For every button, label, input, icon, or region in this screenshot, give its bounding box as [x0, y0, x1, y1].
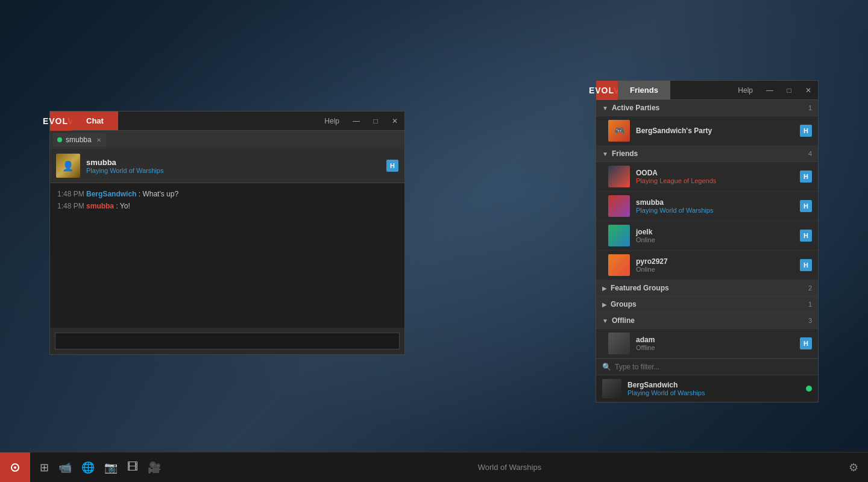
bottom-user-avatar	[602, 379, 621, 398]
friends-title[interactable]: Friends	[618, 81, 670, 99]
taskbar-globe-icon[interactable]: 🌐	[81, 461, 95, 474]
friend-name-joelk: joelk	[636, 228, 794, 236]
party-info: BergSandwich's Party	[636, 127, 794, 135]
friend-item-pyro2927[interactable]: pyro2927 Online H	[596, 251, 818, 280]
section-offline[interactable]: ▼ Offline 3	[596, 313, 818, 329]
chat-help-button[interactable]: Help	[317, 111, 347, 131]
taskbar-icons: ⊞ 📹 🌐 📷 🎞 🎥	[30, 461, 171, 474]
evolve-logo-friends: EVOLV3	[596, 81, 618, 100]
bottom-user-name: BergSandwich	[627, 381, 800, 389]
section-groups[interactable]: ▶ Groups 1	[596, 296, 818, 313]
active-parties-arrow: ▼	[602, 105, 608, 111]
featured-groups-title: Featured Groups	[611, 284, 808, 292]
taskbar-settings-icon[interactable]: ⚙	[849, 461, 868, 474]
friend-status-smubba: Playing World of Warships	[636, 207, 794, 214]
filter-area: 🔍	[596, 358, 818, 375]
msg-time-1: 1:48 PM	[57, 190, 86, 198]
active-parties-title: Active Parties	[612, 104, 808, 112]
taskbar-game-title: World of Warships	[171, 463, 849, 472]
chat-window: EVOLV3 Chat Help — □ ✕ smubba ✕ 👤 smubba…	[49, 111, 405, 355]
friend-badge-ooda: H	[800, 171, 812, 183]
friend-item-joelk[interactable]: joelk Online H	[596, 221, 818, 251]
taskbar: ⊞ 📹 🌐 📷 🎞 🎥 World of Warships ⚙	[0, 452, 868, 482]
chat-user-status: Playing World of Warships	[86, 167, 380, 174]
friend-info-ooda: OODA Playing League of Legends	[636, 169, 794, 184]
chat-tab-smubba[interactable]: smubba ✕	[52, 133, 106, 146]
featured-groups-arrow: ▶	[602, 285, 607, 292]
taskbar-video-icon[interactable]: 📹	[58, 461, 72, 474]
taskbar-record-icon[interactable]: 🎥	[148, 461, 161, 474]
friend-avatar-ooda	[608, 166, 630, 187]
section-active-parties[interactable]: ▼ Active Parties 1	[596, 100, 818, 116]
chat-close-button[interactable]: ✕	[385, 111, 404, 131]
avatar-image: 👤	[56, 154, 80, 178]
tab-close-icon[interactable]: ✕	[96, 137, 101, 143]
taskbar-film-icon[interactable]: 🎞	[127, 461, 138, 474]
friends-help-button[interactable]: Help	[731, 81, 760, 100]
chat-h-badge[interactable]: H	[386, 160, 398, 172]
filter-input[interactable]	[615, 363, 812, 371]
chat-maximize-button[interactable]: □	[366, 111, 385, 131]
friend-info-joelk: joelk Online	[636, 228, 794, 243]
msg-sender-1: BergSandwich	[86, 190, 136, 198]
msg-text-2: : Yo!	[116, 202, 130, 210]
evolve-logo-chat: EVOLV3	[50, 111, 72, 131]
friends-titlebar: EVOLV3 Friends Help — □ ✕	[596, 81, 818, 100]
msg-time-2: 1:48 PM	[57, 202, 86, 210]
friend-name-adam: adam	[636, 336, 794, 344]
chat-minimize-button[interactable]: —	[347, 111, 366, 131]
chat-user-name: smubba	[86, 158, 380, 167]
friend-badge-joelk: H	[800, 230, 812, 242]
bottom-user-bar: BergSandwich Playing World of Warships	[596, 375, 818, 402]
tab-online-dot	[57, 137, 62, 142]
active-parties-count: 1	[808, 104, 812, 111]
friend-item-smubba[interactable]: smubba Playing World of Warships H	[596, 192, 818, 221]
featured-groups-count: 2	[808, 284, 812, 292]
chat-window-controls: Help — □ ✕	[317, 111, 404, 131]
friend-info-smubba: smubba Playing World of Warships	[636, 198, 794, 214]
friend-avatar-smubba	[608, 195, 630, 217]
msg-sender-2: smubba	[86, 202, 114, 210]
chat-input-area	[50, 328, 404, 354]
offline-arrow: ▼	[602, 318, 608, 324]
chat-user-avatar: 👤	[56, 154, 80, 178]
offline-count: 3	[808, 317, 812, 324]
taskbar-grid-icon[interactable]: ⊞	[40, 461, 49, 474]
chat-tabs: smubba ✕	[50, 131, 404, 149]
chat-message-1: 1:48 PM BergSandwich : What's up?	[57, 188, 397, 200]
friend-item-adam[interactable]: adam Offline H	[596, 329, 818, 358]
taskbar-camera-icon[interactable]: 📷	[104, 461, 118, 474]
friends-panel: EVOLV3 Friends Help — □ ✕ ▼ Active Parti…	[596, 80, 819, 402]
friends-close-button[interactable]: ✕	[799, 81, 818, 100]
party-avatar: 🎮	[608, 120, 630, 142]
friends-list: ▼ Active Parties 1 🎮 BergSandwich's Part…	[596, 100, 818, 358]
friend-badge-smubba: H	[800, 200, 812, 212]
friend-badge-adam: H	[800, 337, 812, 349]
chat-messages-area: 1:48 PM BergSandwich : What's up? 1:48 P…	[50, 183, 404, 328]
section-featured-groups[interactable]: ▶ Featured Groups 2	[596, 280, 818, 296]
friends-maximize-button[interactable]: □	[779, 81, 799, 100]
friend-avatar-pyro	[608, 254, 630, 276]
taskbar-logo[interactable]	[0, 452, 30, 483]
friends-minimize-button[interactable]: —	[760, 81, 779, 100]
groups-title: Groups	[611, 300, 808, 308]
friend-status-joelk: Online	[636, 236, 794, 243]
party-item-bergsandwich[interactable]: 🎮 BergSandwich's Party H	[596, 116, 818, 146]
friend-name-smubba: smubba	[636, 198, 794, 207]
groups-arrow: ▶	[602, 301, 607, 308]
friend-item-ooda[interactable]: OODA Playing League of Legends H	[596, 162, 818, 192]
filter-search-icon: 🔍	[602, 363, 611, 371]
section-friends[interactable]: ▼ Friends 4	[596, 146, 818, 162]
friends-section-title: Friends	[612, 149, 808, 158]
party-h-badge: H	[800, 125, 812, 137]
tab-label: smubba	[66, 136, 92, 144]
chat-input[interactable]	[55, 333, 400, 349]
friends-arrow: ▼	[602, 151, 608, 157]
svg-point-2	[14, 466, 16, 469]
offline-title: Offline	[612, 316, 808, 325]
groups-count: 1	[808, 301, 812, 308]
friend-status-ooda: Playing League of Legends	[636, 177, 794, 184]
chat-title: Chat	[72, 111, 118, 130]
friend-info-adam: adam Offline	[636, 336, 794, 351]
msg-text-1: : What's up?	[139, 190, 178, 198]
